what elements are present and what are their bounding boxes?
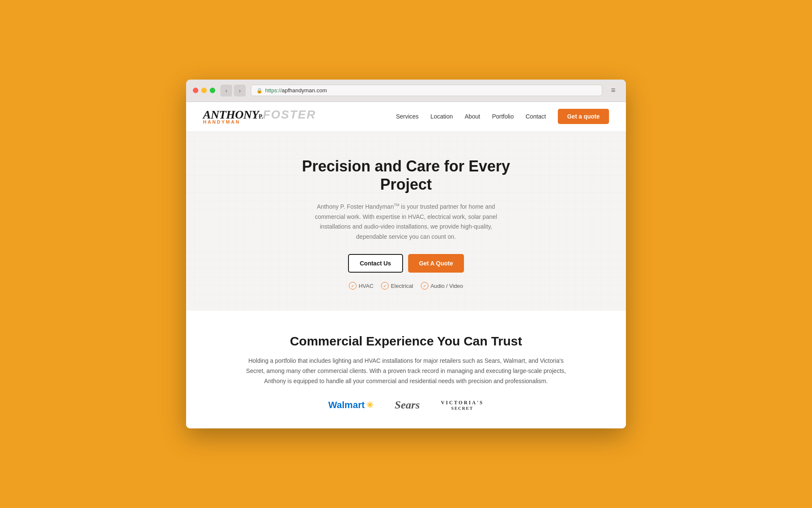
badge-electrical: ✓ Electrical bbox=[381, 282, 413, 290]
logo-anthony: ANTHONY bbox=[203, 109, 259, 121]
trademark: TM bbox=[394, 203, 399, 207]
brand-sears: Sears bbox=[395, 399, 420, 411]
address-bar[interactable]: 🔒 https://apfhandyman.com bbox=[251, 85, 602, 96]
browser-nav-buttons: ‹ › bbox=[220, 85, 246, 97]
logo-handyman: HANDYMAN bbox=[203, 120, 316, 124]
hero-description: Anthony P. Foster HandymanTM is your tru… bbox=[313, 202, 499, 242]
nav-portfolio[interactable]: Portfolio bbox=[492, 113, 513, 120]
url-domain: apfhandyman.com bbox=[282, 87, 327, 94]
brand-walmart: Walmart ✳ bbox=[328, 400, 373, 411]
badge-hvac-label: HVAC bbox=[359, 283, 373, 289]
desktop-background: ‹ › 🔒 https://apfhandyman.com ≡ ANTHONYP… bbox=[0, 0, 812, 508]
site-logo: ANTHONYP. FOSTER HANDYMAN bbox=[203, 109, 316, 124]
contact-us-button[interactable]: Contact Us bbox=[348, 254, 403, 273]
nav-about[interactable]: About bbox=[465, 113, 480, 120]
check-icon-audio-video: ✓ bbox=[421, 282, 428, 290]
logo-foster: FOSTER bbox=[263, 109, 316, 121]
brand-victorias-secret: VICTORIA'S SECRET bbox=[441, 400, 484, 411]
forward-button[interactable]: › bbox=[234, 85, 246, 97]
commercial-section: Commercial Experience You Can Trust Hold… bbox=[186, 311, 626, 428]
badge-electrical-label: Electrical bbox=[391, 283, 413, 289]
walmart-text: Walmart bbox=[328, 400, 365, 411]
badge-audio-video-label: Audio / Video bbox=[431, 283, 463, 289]
hero-section: Precision and Care for Every Project Ant… bbox=[186, 132, 626, 311]
url-display: https://apfhandyman.com bbox=[265, 87, 327, 94]
logo-top: ANTHONYP. FOSTER bbox=[203, 109, 316, 121]
badge-hvac: ✓ HVAC bbox=[349, 282, 373, 290]
nav-services[interactable]: Services bbox=[396, 113, 419, 120]
lock-icon: 🔒 bbox=[256, 88, 263, 94]
vs-bottom-text: SECRET bbox=[441, 406, 484, 411]
close-button[interactable] bbox=[193, 88, 198, 93]
commercial-title: Commercial Experience You Can Trust bbox=[211, 334, 601, 348]
hero-badges: ✓ HVAC ✓ Electrical ✓ Audio / Video bbox=[203, 282, 609, 290]
browser-window: ‹ › 🔒 https://apfhandyman.com ≡ ANTHONYP… bbox=[186, 80, 626, 429]
browser-menu-button[interactable]: ≡ bbox=[607, 85, 619, 97]
hero-title: Precision and Care for Every Project bbox=[300, 157, 512, 193]
commercial-description: Holding a portfolio that includes lighti… bbox=[241, 356, 571, 386]
url-https: https:// bbox=[265, 87, 282, 94]
nav-location[interactable]: Location bbox=[431, 113, 453, 120]
maximize-button[interactable] bbox=[210, 88, 215, 93]
get-quote-button[interactable]: Get a quote bbox=[558, 109, 609, 124]
walmart-spark-icon: ✳ bbox=[366, 400, 373, 410]
check-icon-electrical: ✓ bbox=[381, 282, 389, 290]
site-nav: Services Location About Portfolio Contac… bbox=[396, 109, 609, 124]
get-a-quote-button[interactable]: Get A Quote bbox=[408, 254, 464, 273]
website-content: ANTHONYP. FOSTER HANDYMAN Services Locat… bbox=[186, 102, 626, 429]
logo-p: P. bbox=[259, 114, 263, 120]
nav-contact[interactable]: Contact bbox=[526, 113, 546, 120]
back-button[interactable]: ‹ bbox=[220, 85, 232, 97]
site-header: ANTHONYP. FOSTER HANDYMAN Services Locat… bbox=[186, 102, 626, 132]
browser-chrome: ‹ › 🔒 https://apfhandyman.com ≡ bbox=[186, 80, 626, 102]
sears-text: Sears bbox=[395, 399, 420, 411]
minimize-button[interactable] bbox=[201, 88, 207, 93]
vs-top-text: VICTORIA'S bbox=[441, 400, 484, 406]
brands-row: Walmart ✳ Sears VICTORIA'S SECRET bbox=[211, 399, 601, 411]
hero-buttons: Contact Us Get A Quote bbox=[203, 254, 609, 273]
badge-audio-video: ✓ Audio / Video bbox=[421, 282, 463, 290]
traffic-lights bbox=[193, 88, 215, 93]
check-icon-hvac: ✓ bbox=[349, 282, 357, 290]
